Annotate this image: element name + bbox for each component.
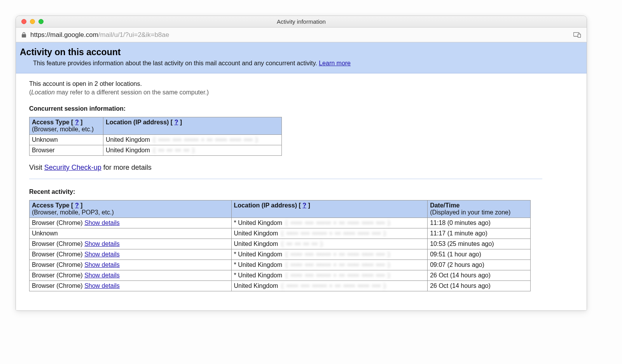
activity-banner: Activity on this account This feature pr… (16, 42, 587, 73)
table-row: Browser (Chrome) Show details* United Ki… (30, 260, 531, 270)
learn-more-link[interactable]: Learn more (319, 60, 351, 66)
cell-access-type: Unknown (30, 135, 103, 145)
redacted-ip: ( •••• ••• ••••• • •• •••• •••• ••• ) (286, 272, 391, 279)
lock-icon (21, 32, 26, 38)
url-text: https://mail.google.com/mail/u/1/?ui=2&i… (30, 31, 169, 38)
cell-location: United Kingdom ( •• •• •• •• ) (231, 239, 428, 249)
window-title: Activity information (16, 18, 587, 25)
table-row: Browser (Chrome) Show details* United Ki… (30, 270, 531, 281)
redacted-ip: ( •••• ••• ••••• • •• •••• •••• ••• ) (153, 136, 258, 143)
redacted-ip: ( •••• ••• ••••• • •• •••• •••• ••• ) (286, 219, 391, 226)
col-access-type-recent: Access Type [ ? ] (Browser, mobile, POP3… (30, 200, 232, 218)
cell-access-type: Browser (Chrome) Show details (30, 270, 232, 281)
table-row: Browser (Chrome) Show detailsUnited King… (30, 281, 531, 291)
url-host: https://mail.google.com (30, 31, 98, 38)
help-access-type-recent-icon[interactable]: ? (75, 202, 79, 209)
cell-access-type: Unknown (30, 228, 232, 239)
show-details-link[interactable]: Show details (84, 272, 120, 279)
cell-location: * United Kingdom ( •••• ••• ••••• • •• •… (231, 270, 428, 281)
table-row: Browser (Chrome) Show details* United Ki… (30, 249, 531, 260)
help-location-icon[interactable]: ? (175, 119, 178, 125)
cell-location: United Kingdom ( •••• ••• ••••• • •• •••… (231, 281, 428, 291)
url-bar[interactable]: https://mail.google.com/mail/u/1/?ui=2&i… (16, 28, 587, 42)
concurrent-sessions-title: Concurrent session information: (29, 105, 587, 112)
redacted-ip: ( •••• ••• ••••• • •• •••• •••• ••• ) (281, 230, 386, 237)
table-row: UnknownUnited Kingdom ( •••• ••• ••••• •… (30, 228, 531, 239)
cell-access-type: Browser (Chrome) Show details (30, 281, 232, 291)
show-details-link[interactable]: Show details (84, 219, 120, 226)
col-datetime: Date/Time (Displayed in your time zone) (428, 200, 531, 218)
browser-window: Activity information https://mail.google… (16, 16, 587, 311)
redacted-ip: ( •••• ••• ••••• • •• •••• •••• ••• ) (286, 251, 391, 258)
cell-location: * United Kingdom ( •••• ••• ••••• • •• •… (231, 260, 428, 270)
show-details-link[interactable]: Show details (84, 251, 120, 258)
show-details-link[interactable]: Show details (84, 240, 120, 247)
redacted-ip: ( •••• ••• ••••• • •• •••• •••• ••• ) (286, 261, 391, 268)
col-location-recent: Location (IP address) [ ? ] (231, 200, 428, 218)
cell-datetime: 10:53 (25 minutes ago) (428, 239, 531, 249)
cell-datetime: 09:07 (2 hours ago) (428, 260, 531, 270)
cell-access-type: Browser (Chrome) Show details (30, 218, 232, 228)
cell-location: * United Kingdom ( •••• ••• ••••• • •• •… (231, 218, 428, 228)
open-locations-note: This account is open in 2 other location… (29, 80, 587, 87)
show-details-link[interactable]: Show details (84, 282, 120, 289)
banner-subtext: This feature provides information about … (33, 60, 580, 67)
redacted-ip: ( •••• ••• ••••• • •• •••• •••• ••• ) (281, 282, 386, 289)
cell-access-type: Browser (Chrome) Show details (30, 239, 232, 249)
table-row: UnknownUnited Kingdom ( •••• ••• ••••• •… (30, 135, 282, 145)
cell-location: United Kingdom ( •••• ••• ••••• • •• •••… (231, 228, 428, 239)
section-divider (29, 179, 542, 179)
concurrent-sessions-table: Access Type [ ? ] (Browser, mobile, etc.… (29, 117, 282, 156)
cell-location: United Kingdom ( •• •• •• •• ) (103, 145, 282, 156)
cell-datetime: 11:18 (0 minutes ago) (428, 218, 531, 228)
cell-datetime: 11:17 (1 minute ago) (428, 228, 531, 239)
table-row: BrowserUnited Kingdom ( •• •• •• •• ) (30, 145, 282, 156)
col-access-type: Access Type [ ? ] (Browser, mobile, etc.… (30, 117, 103, 135)
cell-location: United Kingdom ( •••• ••• ••••• • •• •••… (103, 135, 282, 145)
redacted-ip: ( •• •• •• •• ) (281, 240, 323, 247)
window-titlebar: Activity information (16, 16, 587, 28)
svg-rect-1 (578, 34, 581, 37)
location-note: (Location may refer to a different sessi… (29, 89, 587, 96)
cell-access-type: Browser (30, 145, 103, 156)
page-content: Activity on this account This feature pr… (16, 42, 587, 310)
cell-access-type: Browser (Chrome) Show details (30, 249, 232, 260)
cell-datetime: 09:51 (1 hour ago) (428, 249, 531, 260)
security-checkup-link[interactable]: Security Check-up (44, 164, 101, 171)
recent-activity-title: Recent activity: (29, 188, 587, 195)
table-row: Browser (Chrome) Show details* United Ki… (30, 218, 531, 228)
responsive-design-icon[interactable] (573, 32, 581, 38)
help-location-recent-icon[interactable]: ? (302, 202, 306, 209)
cell-access-type: Browser (Chrome) Show details (30, 260, 232, 270)
page-title: Activity on this account (20, 47, 580, 57)
col-location: Location (IP address) [ ? ] (103, 117, 282, 135)
recent-activity-table: Access Type [ ? ] (Browser, mobile, POP3… (29, 200, 531, 291)
url-path: /mail/u/1/?ui=2&ik=b8ae (98, 31, 169, 38)
cell-datetime: 26 Oct (14 hours ago) (428, 281, 531, 291)
security-checkup-line: Visit Security Check-up for more details (29, 164, 587, 172)
cell-datetime: 26 Oct (14 hours ago) (428, 270, 531, 281)
help-access-type-icon[interactable]: ? (75, 119, 79, 125)
cell-location: * United Kingdom ( •••• ••• ••••• • •• •… (231, 249, 428, 260)
redacted-ip: ( •• •• •• •• ) (153, 147, 195, 154)
table-row: Browser (Chrome) Show detailsUnited King… (30, 239, 531, 249)
show-details-link[interactable]: Show details (84, 261, 120, 268)
